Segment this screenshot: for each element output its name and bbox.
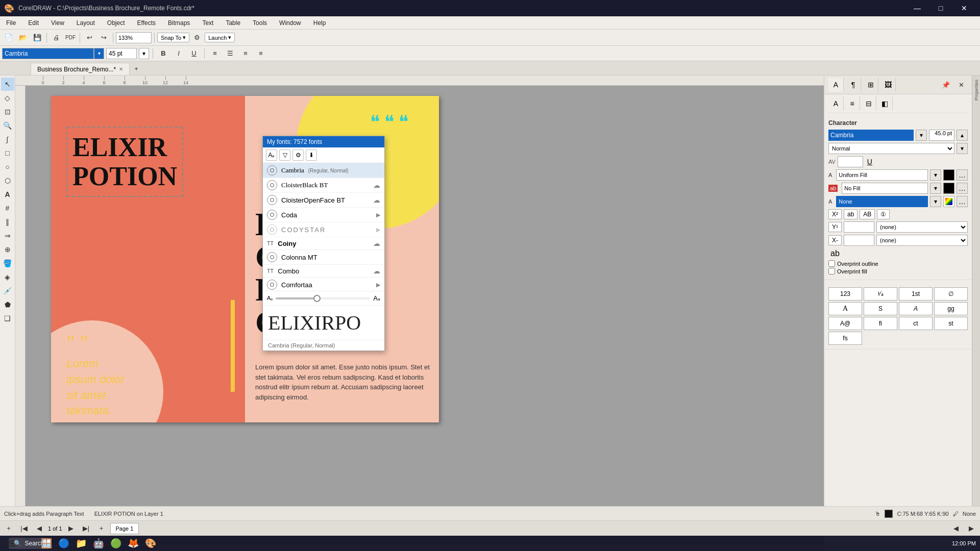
new-btn[interactable]: 📄 xyxy=(2,31,15,44)
none-select-x[interactable]: (none) xyxy=(876,235,968,246)
crop-tool[interactable]: ⊡ xyxy=(1,105,14,118)
italic-btn[interactable]: I xyxy=(172,47,185,60)
taskbar-search-btn[interactable]: 🔍 Search xyxy=(21,536,37,551)
redo-btn[interactable]: ↪ xyxy=(97,31,110,44)
rect-tool[interactable]: □ xyxy=(1,146,14,160)
maximize-button[interactable]: □ xyxy=(929,0,952,16)
panel-tab-text[interactable]: A xyxy=(828,78,844,92)
save-btn[interactable]: 💾 xyxy=(31,31,44,44)
tab-frame2[interactable]: ⊟ xyxy=(861,96,876,111)
font-item-combo[interactable]: TT Combo ☁ xyxy=(263,265,384,278)
settings-btn[interactable]: ⚙ xyxy=(190,31,204,44)
superscript-btn[interactable]: X² xyxy=(828,209,842,219)
tab-char[interactable]: A xyxy=(828,96,844,111)
fill-dropdown[interactable]: ▾ xyxy=(930,169,941,181)
char-1st[interactable]: 1st xyxy=(899,287,933,300)
font-size-up[interactable]: ▴ xyxy=(957,130,968,141)
task-view-btn[interactable]: 🪟 xyxy=(39,536,54,551)
slider-track[interactable] xyxy=(276,297,370,299)
tab-new[interactable]: + xyxy=(2,2,15,15)
no-fill-more[interactable]: … xyxy=(957,183,968,194)
menu-object[interactable]: Object xyxy=(101,17,131,29)
char-frac[interactable]: ¹⁄₄ xyxy=(864,287,897,300)
side-tab-properties[interactable]: Properties xyxy=(973,78,979,103)
x-value-input[interactable] xyxy=(844,235,874,246)
overprint-fill-cb[interactable] xyxy=(828,268,835,274)
no-fill-select[interactable]: No Fill xyxy=(842,183,928,194)
align-right[interactable]: ≡ xyxy=(239,47,252,60)
taskbar-edge[interactable]: 🔵 xyxy=(56,536,71,551)
menu-view[interactable]: View xyxy=(45,17,70,29)
panel-close[interactable]: ✕ xyxy=(954,78,968,91)
fill-more-btn[interactable]: … xyxy=(957,169,968,181)
font-item-comfortaa[interactable]: O Comfortaa ▶ xyxy=(263,278,384,291)
overprint-outline-cb[interactable] xyxy=(828,260,835,267)
font-name-field[interactable]: Cambria xyxy=(828,130,914,141)
page-add-end[interactable]: + xyxy=(95,522,108,535)
font-filter-btn[interactable]: ▽ xyxy=(279,149,290,161)
none-dropdown[interactable]: ▾ xyxy=(930,196,941,207)
scroll-left[interactable]: ◀ xyxy=(949,522,963,535)
uniform-fill-select[interactable]: Uniform Fill xyxy=(836,169,928,181)
smart-fill[interactable]: ◈ xyxy=(1,270,14,284)
select-tool[interactable]: ↖ xyxy=(1,78,14,91)
page-prev-prev[interactable]: |◀ xyxy=(17,522,31,535)
font-download-btn[interactable]: ⬇ xyxy=(306,149,317,161)
text-tool[interactable]: A xyxy=(1,188,14,201)
no-fill-dropdown[interactable]: ▾ xyxy=(930,183,941,194)
parallel-tool[interactable]: ∥ xyxy=(1,215,14,229)
font-settings-btn[interactable]: ⚙ xyxy=(292,149,304,161)
underline-btn[interactable]: U xyxy=(187,47,201,60)
measure-tool[interactable]: ⊕ xyxy=(1,243,14,256)
none-more[interactable]: … xyxy=(957,196,968,207)
align-left[interactable]: ≡ xyxy=(208,47,222,60)
taskbar-app2[interactable]: 🦊 xyxy=(126,536,141,551)
panel-pin[interactable]: 📌 xyxy=(939,78,952,91)
page-next-last[interactable]: ▶| xyxy=(80,522,93,535)
eyedropper[interactable]: 💉 xyxy=(1,284,14,297)
char-phi[interactable]: ∅ xyxy=(934,287,968,300)
connector-tool[interactable]: ⇒ xyxy=(1,229,14,242)
font-size-field[interactable]: 45.0 pt xyxy=(929,130,954,141)
page-next[interactable]: ▶ xyxy=(64,522,78,535)
fill-color-swatch[interactable] xyxy=(943,169,954,181)
x-minus-btn[interactable]: X- xyxy=(828,235,842,245)
panel-tab-frame[interactable]: ⊞ xyxy=(863,78,878,92)
font-item-cambria[interactable]: O Cambria (Regular, Normal) xyxy=(263,163,384,178)
tab-para[interactable]: ≡ xyxy=(845,96,860,111)
font-size-box[interactable]: 45 pt xyxy=(106,48,137,59)
menu-help[interactable]: Help xyxy=(307,17,332,29)
menu-layout[interactable]: Layout xyxy=(70,17,101,29)
none-select[interactable]: None xyxy=(836,196,928,207)
table-tool[interactable]: # xyxy=(1,202,14,215)
char-123[interactable]: 123 xyxy=(828,287,862,300)
subscript-btn[interactable]: Y¹ xyxy=(828,222,842,232)
font-style-select[interactable]: Normal Bold Italic Bold Italic xyxy=(828,143,954,154)
char-A-alt[interactable]: A xyxy=(899,302,933,315)
menu-file[interactable]: File xyxy=(0,17,22,29)
pdf-btn[interactable]: PDF xyxy=(64,31,77,44)
zoom-input[interactable] xyxy=(116,32,152,43)
doc-tab-main[interactable]: Business Brochure_Remo...* ✕ xyxy=(31,63,130,75)
char-ct[interactable]: ct xyxy=(899,317,933,330)
font-item-coda[interactable]: O Coda ▶ xyxy=(263,208,384,222)
polygon-tool[interactable]: ⬡ xyxy=(1,174,14,187)
undo-btn[interactable]: ↩ xyxy=(83,31,96,44)
shadow-tool[interactable]: ❑ xyxy=(1,312,14,325)
char-fs[interactable]: fs xyxy=(828,332,862,345)
circle-btn[interactable]: ① xyxy=(877,209,890,219)
font-item-cloisterblack[interactable]: O CloisterBlack BT ☁ xyxy=(263,178,384,193)
slider-thumb[interactable] xyxy=(313,295,321,302)
taskbar-corel[interactable]: 🎨 xyxy=(143,536,158,551)
minimize-button[interactable]: — xyxy=(905,0,929,16)
tab-close-btn[interactable]: ✕ xyxy=(119,66,123,72)
ab-btn[interactable]: ab xyxy=(844,209,857,219)
font-size-slider[interactable]: Aₐ Aₐ xyxy=(263,291,384,305)
zoom-tool[interactable]: 🔍 xyxy=(1,119,14,132)
char-fi[interactable]: fi xyxy=(864,317,897,330)
font-item-coiny[interactable]: TT Coiny ☁ xyxy=(263,237,384,250)
interactive-fill[interactable]: ⬟ xyxy=(1,298,14,311)
page-add-btn[interactable]: + xyxy=(2,522,15,535)
align-justify[interactable]: ≡ xyxy=(254,47,267,60)
curve-tool[interactable]: ∫ xyxy=(1,133,14,146)
